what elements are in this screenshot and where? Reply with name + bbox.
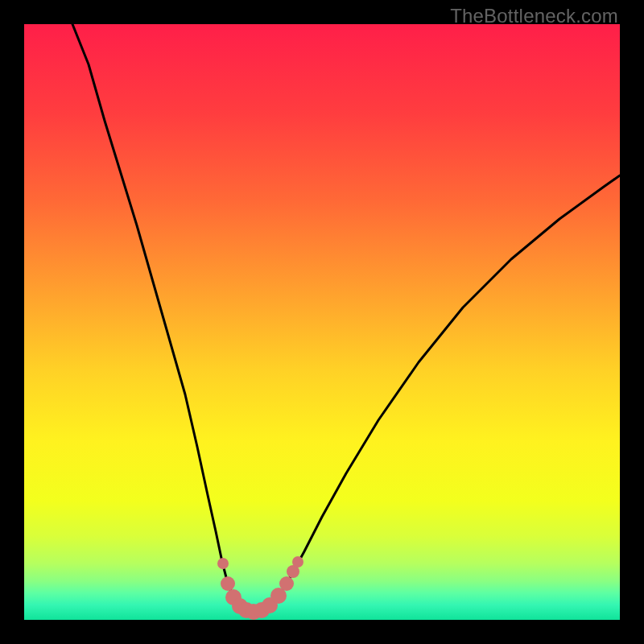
curve-markers — [217, 556, 303, 620]
curve-marker — [279, 576, 294, 591]
plot-area — [24, 24, 620, 620]
curve-marker — [292, 556, 303, 568]
curve-marker — [217, 558, 229, 569]
curve-path — [72, 24, 620, 612]
bottleneck-curve — [24, 24, 620, 620]
curve-marker — [221, 576, 235, 591]
chart-frame: TheBottleneck.com — [0, 0, 644, 644]
